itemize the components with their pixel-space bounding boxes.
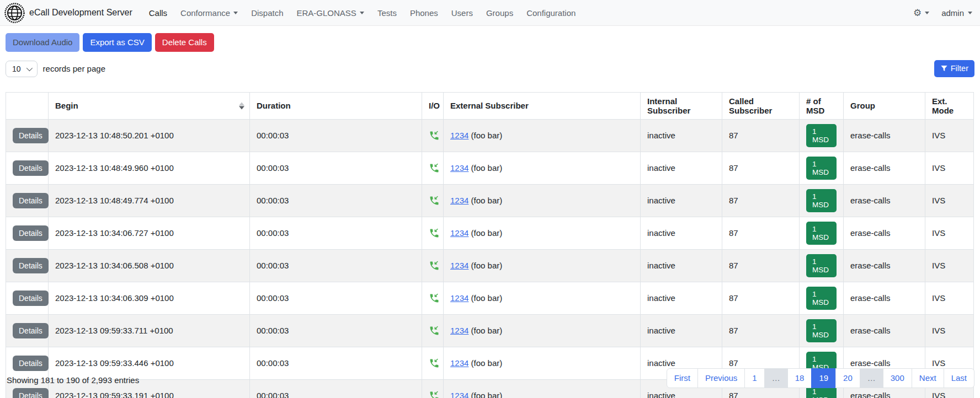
download-audio-button[interactable]: Download Audio [6,33,79,52]
table-row: Details 2023-12-13 10:34:06.309 +0100 00… [6,282,974,314]
header-internal-subscriber[interactable]: Internal Subscriber [641,92,722,119]
username: admin [941,8,964,18]
external-subscriber-link[interactable]: 1234 [450,326,468,335]
external-subscriber-note: (foo bar) [468,131,502,140]
header-ext-mode[interactable]: Ext. Mode [925,92,974,119]
cell-ext-mode: IVS [925,249,974,282]
cell-called-subscriber: 87 [722,152,800,184]
table-row: Details 2023-12-13 10:48:49.960 +0100 00… [6,152,974,184]
cell-ext-mode: IVS [925,314,974,347]
cell-begin: 2023-12-13 10:34:06.727 +0100 [49,217,250,249]
cell-io [422,282,444,314]
details-button[interactable]: Details [13,225,49,241]
cell-io [422,184,444,217]
details-button[interactable]: Details [13,388,49,398]
sort-descending-icon[interactable] [239,102,244,109]
page-next[interactable]: Next [912,368,944,388]
msd-count-badge[interactable]: 1 MSD [806,124,837,147]
msd-count-badge[interactable]: 1 MSD [806,222,837,245]
showing-entries-text: Showing 181 to 190 of 2,993 entries [7,375,139,385]
external-subscriber-note: (foo bar) [468,326,502,335]
page-last[interactable]: Last [944,368,974,388]
header-msd[interactable]: # of MSD [800,92,844,119]
external-subscriber-link[interactable]: 1234 [450,163,468,173]
header-io[interactable]: I/O [422,92,444,119]
external-subscriber-link[interactable]: 1234 [450,391,468,398]
external-subscriber-link[interactable]: 1234 [450,358,468,368]
msd-count-badge[interactable]: 1 MSD [806,287,837,310]
cell-msd: 1 MSD [800,119,844,152]
cell-duration: 00:00:03 [250,347,422,379]
page-1[interactable]: 1 [744,368,764,388]
filter-funnel-icon [940,64,948,72]
cell-external-subscriber: 1234 (foo bar) [444,379,641,398]
details-button[interactable]: Details [13,356,49,371]
details-button[interactable]: Details [13,160,49,176]
page-19-current[interactable]: 19 [811,368,836,388]
cell-internal-subscriber: inactive [641,249,722,282]
cell-internal-subscriber: inactive [641,184,722,217]
cell-called-subscriber: 87 [722,184,800,217]
cell-group: erase-calls [844,314,925,347]
filter-button[interactable]: Filter [934,60,974,77]
delete-calls-button[interactable]: Delete Calls [155,33,214,52]
msd-count-badge[interactable]: 1 MSD [806,254,837,277]
cell-ext-mode: IVS [925,282,974,314]
nav-item-users[interactable]: Users [445,4,480,22]
cell-internal-subscriber: inactive [641,314,722,347]
page-18[interactable]: 18 [787,368,812,388]
cell-msd: 1 MSD [800,184,844,217]
settings-menu[interactable]: ⚙ [913,8,929,18]
details-button[interactable]: Details [13,193,49,208]
details-button[interactable]: Details [13,128,49,143]
nav-item-conformance[interactable]: Conformance [174,4,244,22]
top-navbar: eCall Development Server Calls Conforman… [0,0,980,26]
external-subscriber-note: (foo bar) [468,228,502,238]
page-300[interactable]: 300 [883,368,912,388]
msd-count-badge[interactable]: 1 MSD [806,189,837,212]
header-called-subscriber[interactable]: Called Subscriber [722,92,800,119]
cell-external-subscriber: 1234 (foo bar) [444,217,641,249]
cell-external-subscriber: 1234 (foo bar) [444,282,641,314]
cell-duration: 00:00:03 [250,119,422,152]
header-external-subscriber[interactable]: External Subscriber [444,92,641,119]
calls-table: Begin Duration I/O External Subscriber I… [6,92,974,398]
nav-item-calls[interactable]: Calls [142,4,174,22]
details-button[interactable]: Details [13,323,49,338]
header-begin[interactable]: Begin [49,92,250,119]
msd-count-badge[interactable]: 1 MSD [806,157,837,180]
page-20[interactable]: 20 [835,368,860,388]
cell-io [422,249,444,282]
nav-item-configuration[interactable]: Configuration [520,4,582,22]
header-group[interactable]: Group [844,92,925,119]
export-csv-button[interactable]: Export as CSV [83,33,151,52]
details-button[interactable]: Details [13,291,49,306]
cell-group: erase-calls [844,184,925,217]
pagination: First Previous 1 … 18 19 20 … 300 Next L… [667,368,974,388]
cell-ext-mode: IVS [925,217,974,249]
user-menu[interactable]: admin [941,8,972,18]
msd-count-badge[interactable]: 1 MSD [806,319,837,342]
page-size-select[interactable]: 10 [6,61,38,77]
nav-item-dispatch[interactable]: Dispatch [244,4,290,22]
external-subscriber-link[interactable]: 1234 [450,293,468,303]
external-subscriber-link[interactable]: 1234 [450,228,468,238]
chevron-down-icon [233,12,238,14]
header-duration[interactable]: Duration [250,92,422,119]
cell-external-subscriber: 1234 (foo bar) [444,314,641,347]
external-subscriber-link[interactable]: 1234 [450,196,468,205]
details-button[interactable]: Details [13,258,49,273]
nav-item-phones[interactable]: Phones [403,4,445,22]
chevron-down-icon [26,64,32,71]
nav-item-tests[interactable]: Tests [371,4,403,22]
page-previous[interactable]: Previous [697,368,745,388]
nav-item-groups[interactable]: Groups [480,4,520,22]
nav-item-era-glonass[interactable]: ERA-GLONASS [290,4,371,22]
page-first[interactable]: First [667,368,698,388]
cell-external-subscriber: 1234 (foo bar) [444,152,641,184]
external-subscriber-link[interactable]: 1234 [450,261,468,270]
external-subscriber-link[interactable]: 1234 [450,131,468,140]
cell-io [422,379,444,398]
cell-begin: 2023-12-13 10:34:06.309 +0100 [49,282,250,314]
cell-io [422,314,444,347]
